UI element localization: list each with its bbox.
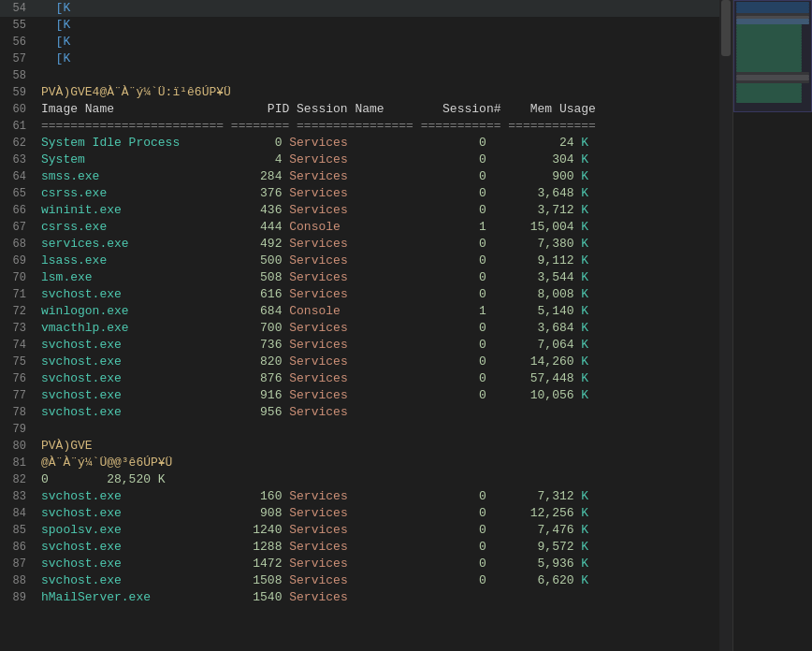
line-number: 56 [0,34,34,51]
process-name: smss.exe [41,169,224,183]
pid-value: 916 [224,388,282,402]
session-number: 0 [406,237,486,251]
line-number: 57 [0,51,34,67]
separator-row: ========================= ======== =====… [41,119,596,133]
pid-value: 1508 [224,573,282,587]
scroll-thumb[interactable] [721,0,731,56]
session-number: 0 [406,354,486,369]
line-content: wininit.exe 436 Services 0 3,712 K [34,202,719,219]
process-name: wininit.exe [41,203,224,217]
memory-unit: K [574,338,589,352]
session-number: 0 [406,253,486,268]
pid-value: 160 [224,489,282,503]
line-content: svchost.exe 908 Services 0 12,256 K [34,505,719,522]
session-name: Services [282,237,406,251]
bracket-text: [K [56,51,71,65]
line-number: 61 [0,118,34,135]
session-number: 1 [406,304,486,318]
line-82: 820 28,520 K [0,471,719,488]
line-number: 60 [0,101,34,118]
memory-value: 3,648 [486,186,574,200]
line-number: 69 [0,253,34,269]
memory-value: 9,112 [486,253,574,268]
session-name: Services [282,489,406,503]
session-number: 0 [406,371,486,385]
pid-value: 444 [224,220,282,234]
pid-value: 4 [224,152,282,166]
pid-value: 0 [224,136,282,150]
session-number: 0 [406,557,486,571]
line-content: Image Name PID Session Name Session# Mem… [34,101,719,118]
session-name: Services [282,590,347,604]
line-number: 80 [0,438,34,455]
session-name: Services [282,321,406,335]
memory-value: 14,260 [486,354,574,369]
line-89: 89hMailServer.exe 1540 Services [0,589,719,606]
line-78: 78svchost.exe 956 Services [0,404,719,421]
memory-unit: K [574,540,589,554]
special-text: PVÀ)GVE [41,439,93,453]
line-content: svchost.exe 916 Services 0 10,056 K [34,387,719,404]
session-number: 0 [406,489,486,503]
memory-unit: K [574,136,589,150]
line-content: svchost.exe 820 Services 0 14,260 K [34,354,719,370]
line-number: 89 [0,589,34,606]
process-name: System [41,152,224,166]
line-73: 73vmacthlp.exe 700 Services 0 3,684 K [0,320,719,337]
line-number: 86 [0,539,34,556]
process-name: lsm.exe [41,270,224,284]
memory-unit: K [574,169,589,183]
memory-unit: K [574,354,589,369]
memory-value: 7,476 [486,523,574,537]
line-number: 78 [0,404,34,421]
line-content: csrss.exe 444 Console 1 15,004 K [34,219,719,236]
process-name: svchost.exe [41,573,224,587]
session-name: Services [282,152,406,166]
line-88: 88svchost.exe 1508 Services 0 6,620 K [0,572,719,589]
line-content: [K [34,34,719,51]
header-row: Image Name PID Session Name Session# Mem… [41,102,596,116]
pid-value: 1288 [224,540,282,554]
process-name: svchost.exe [41,540,224,554]
line-58: 58 [0,67,719,84]
memory-unit: K [574,287,589,301]
line-number: 73 [0,320,34,337]
pid-value: 616 [224,287,282,301]
line-65: 65csrss.exe 376 Services 0 3,648 K [0,185,719,202]
vertical-scrollbar[interactable] [719,0,732,651]
line-number: 83 [0,488,34,505]
line-number: 62 [0,135,34,152]
memory-unit: K [574,270,589,284]
memory-unit: K [574,371,589,385]
pid-value: 500 [224,253,282,268]
session-number: 0 [406,321,486,335]
session-number: 0 [406,388,486,402]
session-name: Services [282,523,406,537]
session-name: Console [282,304,406,318]
line-77: 77svchost.exe 916 Services 0 10,056 K [0,387,719,404]
bracket-text: [K [56,1,71,15]
line-content: svchost.exe 160 Services 0 7,312 K [34,488,719,505]
session-name: Services [282,371,406,385]
line-87: 87svchost.exe 1472 Services 0 5,936 K [0,556,719,572]
session-name: Services [282,169,406,183]
memory-value: 7,312 [486,489,574,503]
session-number: 1 [406,220,486,234]
pid-value: 1472 [224,557,282,571]
session-number: 0 [406,136,486,150]
line-content: lsass.exe 500 Services 0 9,112 K [34,253,719,269]
session-number: 0 [406,270,486,284]
memory-unit: K [574,253,589,268]
process-name: winlogon.exe [41,304,224,318]
line-number: 58 [0,67,34,84]
line-content: spoolsv.exe 1240 Services 0 7,476 K [34,522,719,539]
memory-unit: K [574,321,589,335]
memory-value: 6,620 [486,573,574,587]
memory-value: 3,712 [486,203,574,217]
line-content: PVÀ)GVE [34,438,719,455]
line-number: 65 [0,185,34,202]
memory-unit: K [574,237,589,251]
pid-value: 508 [224,270,282,284]
pid-value: 684 [224,304,282,318]
pid-value: 1540 [224,590,282,604]
